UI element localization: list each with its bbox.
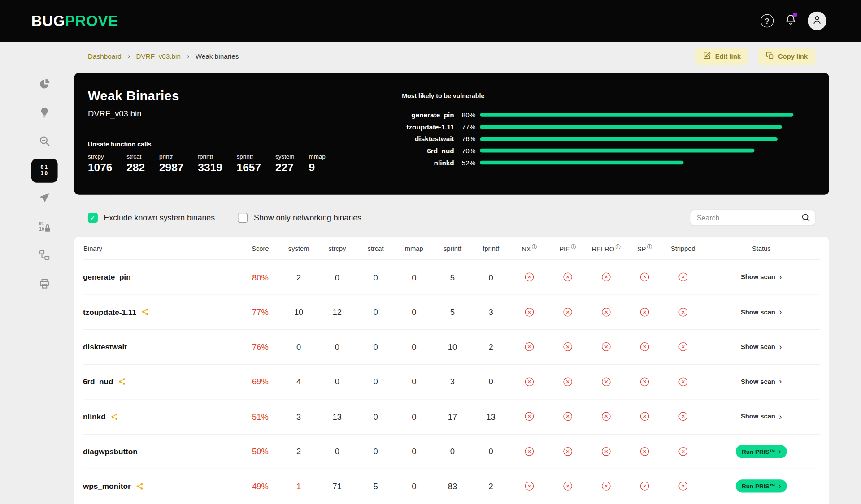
binary-lock-icon: 0110 (39, 220, 51, 235)
info-icon[interactable]: ⓘ (616, 244, 621, 250)
app-header: BUGPROVE ? (0, 0, 861, 42)
sp-fail-icon: × (626, 273, 664, 282)
col-pie: PIEⓘ (548, 244, 587, 253)
info-icon[interactable]: ⓘ (532, 244, 537, 250)
sidebar-item-binaries[interactable]: 0110 (31, 159, 58, 183)
search-input[interactable] (690, 210, 815, 226)
show-scan-button[interactable]: Show scan› (741, 308, 782, 316)
show-scan-label: Show scan (741, 378, 775, 385)
stripped-fail-icon: × (664, 342, 702, 351)
score-value: 69% (241, 377, 280, 387)
unsafe-calls-title: Unsafe function calls (88, 141, 152, 148)
system-count: 10 (279, 307, 318, 317)
breadcrumb-dashboard[interactable]: Dashboard (88, 53, 122, 60)
chevron-right-icon: › (779, 412, 782, 420)
edit-link-button[interactable]: Edit link (696, 48, 748, 65)
breadcrumb-firmware[interactable]: DVRF_v03.bin (136, 53, 181, 60)
show-scan-button[interactable]: Show scan› (741, 413, 782, 420)
run-pris-label: Run PRIS™ (742, 448, 775, 455)
relro-fail-icon: × (587, 377, 626, 386)
status-cell: Run PRIS™› (702, 445, 820, 458)
chevron-right-icon: › (127, 52, 130, 60)
function-stat: mmap 9 (309, 153, 325, 174)
col-sprintf: sprintf (433, 245, 472, 252)
search-icon[interactable] (801, 213, 811, 224)
breadcrumb: Dashboard › DVRF_v03.bin › Weak binaries (88, 53, 239, 60)
chart-bar-percent: 70% (457, 147, 475, 155)
strcat-count: 0 (357, 377, 395, 387)
mmap-count: 0 (395, 412, 433, 421)
stripped-fail-icon: × (664, 308, 702, 317)
function-name: sprintf (237, 153, 261, 160)
sidebar-item-scan[interactable] (31, 128, 58, 156)
sidebar-item-print[interactable] (31, 271, 58, 299)
stripped-fail-icon: × (664, 412, 702, 421)
logo-text-bug: BUG (31, 13, 65, 29)
chart-bar (480, 113, 793, 117)
mmap-count: 0 (395, 307, 433, 317)
system-count: 3 (279, 412, 318, 421)
chevron-right-icon: › (778, 482, 781, 490)
mmap-count: 0 (395, 342, 433, 352)
function-stat: fprintf 3319 (198, 153, 222, 174)
function-name: strcat (126, 153, 145, 160)
relro-fail-icon: × (587, 342, 626, 351)
function-name: system (275, 153, 295, 160)
info-icon[interactable]: ⓘ (647, 244, 652, 250)
relro-fail-icon: × (587, 447, 626, 456)
show-scan-button[interactable]: Show scan› (741, 273, 782, 281)
nx-fail-icon: × (510, 377, 549, 386)
network-badge-icon (141, 308, 149, 316)
help-icon[interactable]: ? (761, 14, 774, 27)
sidebar-item-binary-lock[interactable]: 0110 (31, 213, 58, 242)
nx-fail-icon: × (510, 482, 549, 491)
mmap-count: 0 (395, 272, 433, 282)
function-count: 9 (309, 161, 325, 174)
strcpy-count: 0 (318, 377, 357, 387)
user-avatar[interactable] (808, 12, 826, 30)
header-actions: ? (761, 12, 826, 30)
show-scan-button[interactable]: Show scan› (741, 343, 782, 351)
sidebar-item-pie-chart[interactable] (31, 71, 58, 99)
notifications-button[interactable] (785, 14, 797, 28)
run-pris-button[interactable]: Run PRIS™› (736, 480, 787, 493)
system-count: 1 (279, 482, 318, 491)
info-icon[interactable]: ⓘ (571, 244, 576, 250)
mmap-count: 0 (395, 447, 433, 456)
sp-fail-icon: × (626, 447, 664, 456)
chart-bar-percent: 80% (457, 111, 475, 119)
search-box (690, 210, 815, 226)
checkbox-checked-icon[interactable]: ✓ (88, 213, 98, 223)
chart-row: tzoupdate-1.11 77% (402, 121, 793, 133)
sidebar-item-lightbulb[interactable] (31, 99, 58, 128)
notification-dot (793, 13, 797, 17)
nx-fail-icon: × (510, 447, 549, 456)
chart-bar-label: tzoupdate-1.11 (402, 123, 454, 131)
run-pris-button[interactable]: Run PRIS™› (736, 445, 787, 458)
sprintf-count: 3 (433, 377, 472, 387)
col-sp: SPⓘ (626, 244, 664, 253)
networking-binaries-filter[interactable]: Show only networking binaries (238, 213, 361, 223)
sidebar-item-share[interactable] (31, 185, 58, 214)
checkbox-unchecked-icon[interactable] (238, 213, 248, 223)
chart-row: 6rd_nud 70% (402, 145, 793, 157)
chart-bar (480, 149, 754, 153)
strcpy-count: 0 (318, 447, 357, 456)
show-scan-button[interactable]: Show scan› (741, 378, 782, 385)
function-name: printf (159, 153, 183, 160)
copy-link-button[interactable]: Copy link (758, 48, 815, 65)
edit-link-label: Edit link (715, 53, 741, 60)
exclude-system-binaries-filter[interactable]: ✓ Exclude known system binaries (88, 213, 215, 223)
function-name: fprintf (198, 153, 222, 160)
function-count: 2987 (159, 161, 183, 174)
function-count: 1076 (88, 161, 112, 174)
strcat-count: 0 (357, 447, 395, 456)
network-badge-icon (136, 482, 144, 490)
network-badge-icon (110, 413, 118, 421)
system-count: 2 (279, 447, 318, 456)
chart-bar-track (480, 113, 793, 117)
sidebar-item-tree[interactable] (31, 242, 58, 271)
table-row: wps_monitor 49% 1 71 5 0 83 2 × × × × (83, 469, 820, 504)
chart-bar (480, 137, 778, 141)
nx-fail-icon: × (510, 342, 549, 351)
